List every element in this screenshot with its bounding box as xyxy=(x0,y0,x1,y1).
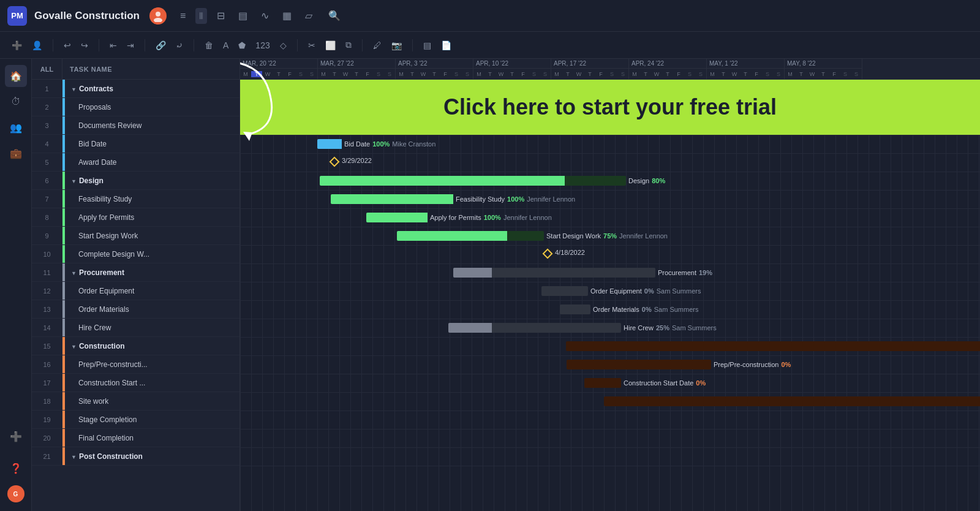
paste-btn[interactable]: ⧉ xyxy=(342,37,355,53)
date-group: APR, 24 '22MTWTFSS xyxy=(629,59,707,79)
list-view-icon[interactable]: ≡ xyxy=(176,8,189,24)
doc-view-icon[interactable]: ▱ xyxy=(301,7,316,24)
day-cell: W xyxy=(807,71,818,77)
task-row[interactable]: 7Feasibility Study xyxy=(32,190,239,208)
avatar[interactable] xyxy=(149,7,167,25)
sidebar-item-avatar[interactable]: G xyxy=(5,483,27,505)
text-btn[interactable]: A xyxy=(220,38,232,53)
sidebar-item-portfolio[interactable]: 💼 xyxy=(5,142,27,164)
task-row[interactable]: 18Site work xyxy=(32,392,239,411)
task-row[interactable]: 9Start Design Work xyxy=(32,227,239,245)
grid-col-line xyxy=(240,80,241,511)
table-btn[interactable]: ▤ xyxy=(420,38,434,53)
search-icon[interactable]: 🔍 xyxy=(328,10,341,21)
app-logo[interactable]: PM xyxy=(7,6,27,26)
day-cell: T xyxy=(429,71,440,77)
free-trial-banner[interactable]: Click here to start your free trial xyxy=(240,80,980,135)
bar-label: Apply for Permits100%Jennifer Lennon xyxy=(430,213,552,222)
gantt-view-icon[interactable]: ⦀ xyxy=(195,8,207,24)
redo-btn[interactable]: ↪ xyxy=(78,38,91,53)
shape-btn[interactable]: ⬟ xyxy=(235,38,249,53)
task-row[interactable]: 19Stage Completion xyxy=(32,411,239,429)
gantt-bar[interactable]: Order Materials0%Sam Summers xyxy=(560,305,590,314)
task-row[interactable]: 3Documents Review xyxy=(32,116,239,135)
cut-btn[interactable]: ✂ xyxy=(305,38,318,53)
gantt-dates: MAR, 20 '22MTWTFSSMAR, 27 '22MTWTFSSAPR,… xyxy=(240,59,980,80)
gantt-bar[interactable]: Feasibility Study100%Jennifer Lennon xyxy=(331,194,453,204)
gantt-bar[interactable]: Design80% xyxy=(320,176,626,186)
task-row[interactable]: 20Final Completion xyxy=(32,429,239,447)
gantt-bar[interactable]: Procurement19% xyxy=(453,268,655,278)
milestone-diamond: 4/18/2022 xyxy=(544,250,551,257)
gantt-bar[interactable]: Order Equipment0%Sam Summers xyxy=(541,286,588,296)
task-row[interactable]: 11▼Procurement xyxy=(32,263,239,282)
date-group: APR, 17 '22MTWTFSS xyxy=(551,59,629,79)
grid-col-line xyxy=(714,80,715,511)
gantt-bar[interactable]: Bid Date100%Mike Cranston xyxy=(317,139,342,149)
task-row[interactable]: 14Hire Crew xyxy=(32,319,239,337)
task-row[interactable]: 6▼Design xyxy=(32,172,239,190)
undo-btn[interactable]: ↩ xyxy=(61,38,74,53)
link-btn[interactable]: 🔗 xyxy=(153,38,169,53)
gantt-bar[interactable]: Construction Start Date0% xyxy=(584,378,621,388)
grid-col-line xyxy=(880,80,880,511)
gantt-bar[interactable] xyxy=(604,396,980,406)
project-title: Govalle Construction xyxy=(34,10,140,22)
task-row[interactable]: 12Order Equipment xyxy=(32,282,239,300)
task-row[interactable]: 15▼Construction xyxy=(32,337,239,355)
bar-label: Construction Start Date0% xyxy=(624,378,706,388)
day-cell: S xyxy=(684,71,695,77)
grid-col-line xyxy=(924,80,924,511)
task-row[interactable]: 2Proposals xyxy=(32,98,239,116)
sidebar-item-home[interactable]: 🏠 xyxy=(5,65,27,87)
task-num: 5 xyxy=(32,153,62,171)
task-name: Site work xyxy=(65,397,239,406)
gantt-bar[interactable] xyxy=(566,341,980,351)
task-row[interactable]: 8Apply for Permits xyxy=(32,208,239,227)
delete-btn[interactable]: 🗑 xyxy=(202,38,216,53)
task-row[interactable]: 16Prep/Pre-constructi... xyxy=(32,355,239,374)
add-user-btn[interactable]: 👤 xyxy=(29,38,45,53)
task-row[interactable]: 13Order Materials xyxy=(32,300,239,319)
chart-view-icon[interactable]: ∿ xyxy=(257,7,273,24)
gantt-bar[interactable]: Start Design Work75%Jennifer Lennon xyxy=(397,231,544,241)
camera-btn[interactable]: 📷 xyxy=(388,38,405,53)
task-row[interactable]: 21▼Post Construction xyxy=(32,447,239,466)
task-num: 9 xyxy=(32,227,62,244)
task-row[interactable]: 10Complete Design W... xyxy=(32,245,239,263)
milestone-label: 3/29/2022 xyxy=(342,157,372,164)
date-label: APR, 10 '22 xyxy=(473,59,551,69)
number-btn[interactable]: 123 xyxy=(252,38,273,53)
task-num: 12 xyxy=(32,282,62,300)
diamond-btn[interactable]: ◇ xyxy=(277,38,290,53)
sidebar-item-help[interactable]: ❓ xyxy=(5,457,27,479)
task-row[interactable]: 1▼Contracts xyxy=(32,80,239,98)
sidebar-item-add[interactable]: ➕ xyxy=(5,425,27,447)
outdent-btn[interactable]: ⇤ xyxy=(107,38,120,53)
calendar-view-icon[interactable]: ▦ xyxy=(279,7,295,24)
bar-label: Feasibility Study100%Jennifer Lennon xyxy=(456,194,575,204)
add-task-btn[interactable]: ➕ xyxy=(9,38,25,53)
unlink-btn[interactable]: ⤾ xyxy=(173,38,186,53)
task-row[interactable]: 17Construction Start ... xyxy=(32,374,239,392)
sidebar-item-timeline[interactable]: ⏱ xyxy=(5,91,27,113)
gantt-bar[interactable]: Prep/Pre-construction0% xyxy=(567,360,711,369)
indent-btn[interactable]: ⇥ xyxy=(124,38,137,53)
copy-btn[interactable]: ⬜ xyxy=(322,38,339,53)
task-num: 18 xyxy=(32,392,62,410)
task-num: 3 xyxy=(32,116,62,134)
grid-col-line xyxy=(273,80,274,511)
task-row[interactable]: 5Award Date xyxy=(32,153,239,172)
doc-btn[interactable]: 📄 xyxy=(438,38,454,53)
sidebar-item-people[interactable]: 👥 xyxy=(5,116,27,138)
gantt-bar[interactable]: Hire Crew25%Sam Summers xyxy=(448,323,621,333)
bar-fill xyxy=(397,231,507,241)
gantt-body: Contracts100%Proposals100%Mike CranstonD… xyxy=(240,80,980,511)
table-view-icon[interactable]: ▤ xyxy=(235,7,251,24)
gantt-bar[interactable]: Apply for Permits100%Jennifer Lennon xyxy=(366,213,428,222)
task-row[interactable]: 4Bid Date xyxy=(32,135,239,153)
board-view-icon[interactable]: ⊟ xyxy=(213,7,228,24)
all-label[interactable]: ALL xyxy=(32,59,62,79)
pen-btn[interactable]: 🖊 xyxy=(370,38,385,53)
toolbar2: ➕ 👤 ↩ ↪ ⇤ ⇥ 🔗 ⤾ 🗑 A ⬟ 123 ◇ ✂ ⬜ ⧉ 🖊 📷 ▤ … xyxy=(0,32,980,59)
